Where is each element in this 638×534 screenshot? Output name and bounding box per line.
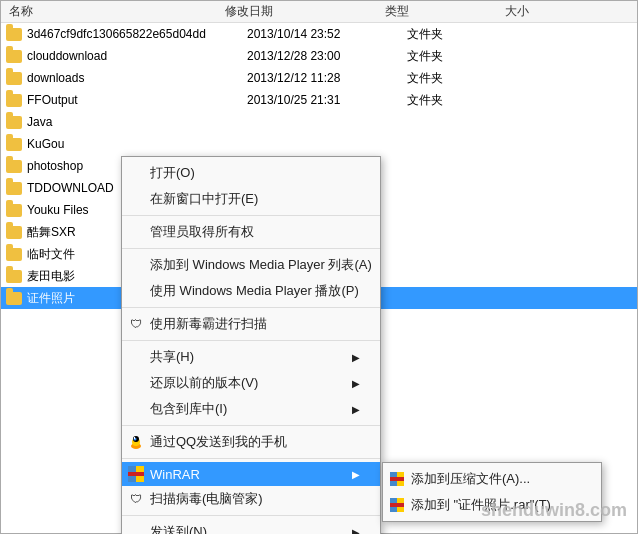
menu-item-winrar-label: WinRAR: [150, 467, 200, 482]
menu-item-open[interactable]: 打开(O): [122, 160, 380, 186]
svg-rect-4: [134, 437, 135, 439]
submenu-item-label: 添加到 "证件照片.rar"(T): [411, 496, 551, 514]
menu-icon-admin: [126, 224, 146, 240]
menu-item-label-scan-duba: 扫描病毒(电脑管家): [150, 490, 263, 508]
menu-icon-scan-antivirus: 🛡: [126, 316, 146, 332]
submenu-arrow-icon: ▶: [352, 352, 360, 363]
menu-item-label-share: 共享(H): [150, 348, 194, 366]
folder-icon: [5, 289, 23, 307]
menu-item-scan-duba[interactable]: 🛡扫描病毒(电脑管家): [122, 486, 380, 512]
col-type-header[interactable]: 类型: [385, 3, 505, 20]
file-name: Java: [27, 115, 247, 129]
svg-rect-7: [128, 472, 144, 476]
submenu-arrow-icon: ▶: [352, 378, 360, 389]
menu-divider: [122, 307, 380, 308]
menu-divider: [122, 340, 380, 341]
menu-item-winrar[interactable]: WinRAR▶ 添加到压缩文件(A)... 添加到 "证件照片.rar"(T): [122, 462, 380, 486]
col-size-header[interactable]: 大小: [505, 3, 585, 20]
menu-item-share[interactable]: 共享(H)▶: [122, 344, 380, 370]
submenu-item-add-to-archive[interactable]: 添加到压缩文件(A)...: [383, 466, 601, 492]
menu-item-send-to[interactable]: 发送到(N)▶: [122, 519, 380, 534]
folder-icon: [5, 25, 23, 43]
svg-rect-13: [390, 503, 404, 507]
menu-divider: [122, 458, 380, 459]
menu-item-open-new-window[interactable]: 在新窗口中打开(E): [122, 186, 380, 212]
col-name-header[interactable]: 名称: [5, 3, 225, 20]
submenu-item-label: 添加到压缩文件(A)...: [411, 470, 530, 488]
list-item[interactable]: 3d467cf9dfc130665822e65d04dd2013/10/14 2…: [1, 23, 637, 45]
menu-item-include-library[interactable]: 包含到库中(I)▶: [122, 396, 380, 422]
context-menu: 打开(O)在新窗口中打开(E)管理员取得所有权添加到 Windows Media…: [121, 156, 381, 534]
list-item[interactable]: Java: [1, 111, 637, 133]
submenu-arrow-icon: ▶: [352, 404, 360, 415]
file-date: 2013/10/25 21:31: [247, 93, 407, 107]
list-item[interactable]: FFOutput2013/10/25 21:31文件夹: [1, 89, 637, 111]
folder-icon: [5, 223, 23, 241]
submenu-rar-icon: [387, 497, 407, 513]
file-date: 2013/12/12 11:28: [247, 71, 407, 85]
folder-icon: [5, 179, 23, 197]
menu-item-send-to-phone[interactable]: 通过QQ发送到我的手机: [122, 429, 380, 455]
menu-item-play-wmp[interactable]: 使用 Windows Media Player 播放(P): [122, 278, 380, 304]
folder-icon: [5, 91, 23, 109]
menu-divider: [122, 248, 380, 249]
explorer-window: 名称 修改日期 类型 大小 3d467cf9dfc130665822e65d04…: [0, 0, 638, 534]
submenu-item-add-to-rar[interactable]: 添加到 "证件照片.rar"(T): [383, 492, 601, 518]
menu-item-admin[interactable]: 管理员取得所有权: [122, 219, 380, 245]
svg-rect-10: [390, 477, 404, 481]
menu-item-label-play-wmp: 使用 Windows Media Player 播放(P): [150, 282, 359, 300]
menu-icon-open: [126, 165, 146, 181]
menu-icon-include-library: [126, 401, 146, 417]
winrar-icon: [126, 466, 146, 482]
menu-icon-share: [126, 349, 146, 365]
file-name: FFOutput: [27, 93, 247, 107]
submenu-rar-icon: [387, 471, 407, 487]
menu-item-label-admin: 管理员取得所有权: [150, 223, 254, 241]
menu-item-label-send-to: 发送到(N): [150, 523, 207, 534]
folder-icon: [5, 135, 23, 153]
menu-item-label-include-library: 包含到库中(I): [150, 400, 227, 418]
menu-icon-scan-duba: 🛡: [126, 491, 146, 507]
col-date-header[interactable]: 修改日期: [225, 3, 385, 20]
file-type: 文件夹: [407, 48, 527, 65]
menu-divider: [122, 425, 380, 426]
file-type: 文件夹: [407, 92, 527, 109]
file-name: clouddownload: [27, 49, 247, 63]
menu-item-label-open: 打开(O): [150, 164, 195, 182]
folder-icon: [5, 245, 23, 263]
menu-item-add-to-wmp[interactable]: 添加到 Windows Media Player 列表(A): [122, 252, 380, 278]
folder-icon: [5, 157, 23, 175]
menu-icon-send-to-phone: [126, 434, 146, 450]
file-type: 文件夹: [407, 26, 527, 43]
menu-item-scan-antivirus[interactable]: 🛡使用新毒霸进行扫描: [122, 311, 380, 337]
menu-item-label-scan-antivirus: 使用新毒霸进行扫描: [150, 315, 267, 333]
file-date: 2013/12/28 23:00: [247, 49, 407, 63]
menu-item-label-send-to-phone: 通过QQ发送到我的手机: [150, 433, 287, 451]
file-name: downloads: [27, 71, 247, 85]
list-item[interactable]: downloads2013/12/12 11:28文件夹: [1, 67, 637, 89]
folder-icon: [5, 267, 23, 285]
menu-item-label-add-to-wmp: 添加到 Windows Media Player 列表(A): [150, 256, 372, 274]
submenu-arrow-icon: ▶: [352, 469, 360, 480]
menu-item-label-restore: 还原以前的版本(V): [150, 374, 258, 392]
list-item[interactable]: KuGou: [1, 133, 637, 155]
folder-icon: [5, 201, 23, 219]
file-type: 文件夹: [407, 70, 527, 87]
list-item[interactable]: clouddownload2013/12/28 23:00文件夹: [1, 45, 637, 67]
folder-icon: [5, 113, 23, 131]
folder-icon: [5, 47, 23, 65]
menu-icon-play-wmp: [126, 283, 146, 299]
menu-icon-add-to-wmp: [126, 257, 146, 273]
file-name: KuGou: [27, 137, 247, 151]
file-name: 3d467cf9dfc130665822e65d04dd: [27, 27, 247, 41]
menu-divider: [122, 215, 380, 216]
submenu-arrow-icon: ▶: [352, 527, 360, 535]
winrar-submenu: 添加到压缩文件(A)... 添加到 "证件照片.rar"(T): [382, 462, 602, 522]
menu-icon-send-to: [126, 524, 146, 534]
folder-icon: [5, 69, 23, 87]
menu-item-label-open-new-window: 在新窗口中打开(E): [150, 190, 258, 208]
menu-icon-open-new-window: [126, 191, 146, 207]
menu-item-restore[interactable]: 还原以前的版本(V)▶: [122, 370, 380, 396]
column-headers: 名称 修改日期 类型 大小: [1, 1, 637, 23]
file-date: 2013/10/14 23:52: [247, 27, 407, 41]
